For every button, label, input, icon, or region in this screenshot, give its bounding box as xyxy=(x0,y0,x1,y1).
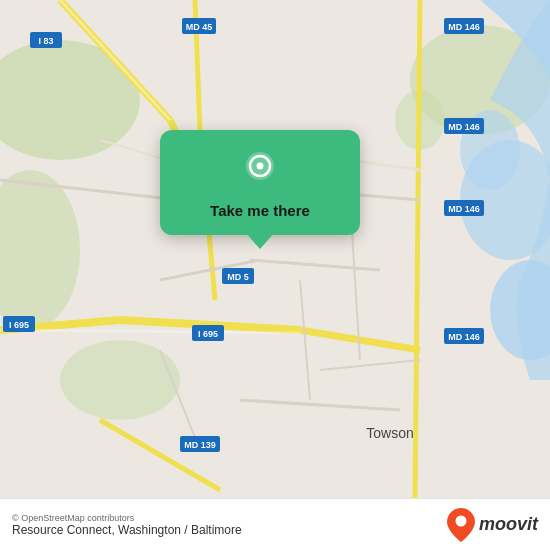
svg-text:MD 146: MD 146 xyxy=(448,332,480,342)
svg-text:I 695: I 695 xyxy=(198,329,218,339)
svg-text:I 83: I 83 xyxy=(38,36,53,46)
bottom-left-info: © OpenStreetMap contributors Resource Co… xyxy=(12,513,242,537)
svg-point-56 xyxy=(257,163,264,170)
location-pin-icon xyxy=(238,148,282,192)
map-container: I 83 MD 45 MD 146 MD 146 MD 146 MD 146 I… xyxy=(0,0,550,550)
take-me-there-button[interactable]: Take me there xyxy=(210,202,310,219)
svg-text:Towson: Towson xyxy=(366,425,413,441)
svg-text:MD 5: MD 5 xyxy=(227,272,249,282)
svg-text:MD 45: MD 45 xyxy=(186,22,213,32)
svg-text:MD 146: MD 146 xyxy=(448,22,480,32)
map-background: I 83 MD 45 MD 146 MD 146 MD 146 MD 146 I… xyxy=(0,0,550,500)
svg-point-57 xyxy=(455,515,466,526)
svg-text:MD 146: MD 146 xyxy=(448,204,480,214)
navigation-popup[interactable]: Take me there xyxy=(160,130,360,235)
copyright-text: © OpenStreetMap contributors xyxy=(12,513,242,523)
moovit-logo: moovit xyxy=(447,508,538,542)
moovit-pin-icon xyxy=(447,508,475,542)
svg-text:I 695: I 695 xyxy=(9,320,29,330)
svg-text:MD 146: MD 146 xyxy=(448,122,480,132)
svg-point-3 xyxy=(60,340,180,420)
app-title: Resource Connect, Washington / Baltimore xyxy=(12,523,242,537)
moovit-brand-text: moovit xyxy=(479,514,538,535)
svg-text:MD 139: MD 139 xyxy=(184,440,216,450)
bottom-bar: © OpenStreetMap contributors Resource Co… xyxy=(0,498,550,550)
